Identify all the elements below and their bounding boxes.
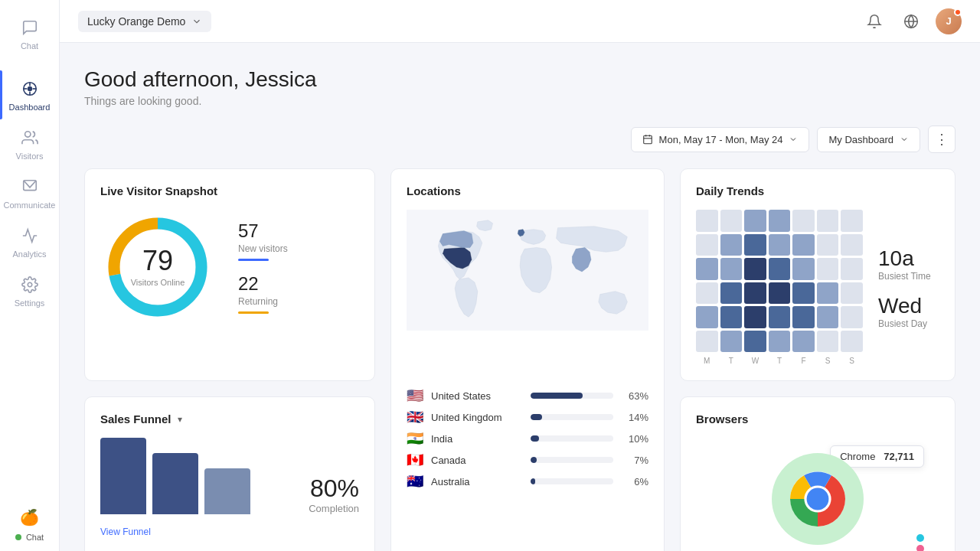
- date-range-label: Mon, May 17 - Mon, May 24: [659, 134, 783, 145]
- heatmap-cell: [817, 282, 839, 305]
- globe-icon[interactable]: [899, 9, 923, 34]
- locations-card: Locations: [390, 168, 665, 551]
- chrome-logo-svg: [787, 468, 848, 530]
- location-pct: 14%: [621, 412, 648, 423]
- sidebar-item-label: Analytics: [12, 249, 46, 259]
- heatmap-area: MTWTFSS: [696, 210, 863, 365]
- busiest-time-label: Busiest Time: [878, 271, 939, 282]
- heatmap-cell: [769, 258, 791, 280]
- fruit-icon[interactable]: 🍊: [20, 508, 39, 527]
- busiest-day-stat: Wed Busiest Day: [878, 294, 939, 329]
- sidebar-bottom: 🍊 Chat: [15, 508, 44, 542]
- funnel-dropdown-icon[interactable]: ▾: [178, 414, 182, 425]
- heatmap-cell: [792, 331, 815, 353]
- svg-point-21: [807, 488, 829, 510]
- browser-dots: [916, 534, 924, 551]
- heatmap-cell: [769, 306, 791, 328]
- location-bar-fill: [531, 457, 537, 463]
- topbar: Lucky Orange Demo J: [60, 0, 980, 43]
- location-flag: 🇬🇧: [407, 409, 423, 425]
- date-picker-button[interactable]: Mon, May 17 - Mon, May 24: [631, 127, 810, 152]
- toolbar-row: Mon, May 17 - Mon, May 24 My Dashboard ⋮: [84, 126, 956, 153]
- sidebar-item-visitors[interactable]: Visitors: [0, 119, 59, 168]
- heatmap-cell: [744, 258, 766, 280]
- svg-rect-11: [643, 135, 652, 144]
- location-pct: 6%: [621, 476, 648, 487]
- heatmap-day-label: T: [720, 357, 743, 365]
- analytics-icon: [19, 225, 41, 246]
- location-flag: 🇦🇺: [407, 473, 423, 490]
- sidebar-item-analytics[interactable]: Analytics: [0, 217, 59, 266]
- location-bar-fill: [531, 435, 539, 442]
- location-bar-bg: [531, 414, 613, 420]
- locations-title: Locations: [407, 184, 648, 197]
- greeting-headline: Good afternoon, Jessica: [84, 67, 956, 92]
- location-bar-bg: [531, 435, 613, 442]
- snapshot-stats: 57 New visitors 22 Returning: [238, 220, 288, 314]
- date-dropdown-icon: [789, 135, 798, 144]
- funnel-pct: 80%: [309, 474, 359, 503]
- cards-grid: Live Visitor Snapshot 79: [84, 168, 956, 551]
- heatmap-cell: [744, 234, 766, 256]
- sidebar-item-settings[interactable]: Settings: [0, 266, 59, 315]
- location-list: 🇺🇸 United States 63% 🇬🇧 United Kingdom 1…: [407, 387, 648, 490]
- site-selector[interactable]: Lucky Orange Demo: [78, 11, 211, 32]
- new-visitors-stat: 57 New visitors: [238, 220, 288, 261]
- heatmap-cell: [720, 306, 743, 328]
- location-flag: 🇨🇦: [407, 452, 423, 468]
- funnel-bar: [204, 468, 250, 514]
- dropdown-icon: [191, 16, 202, 27]
- funnel-completion: 80% Completion: [309, 474, 359, 514]
- heatmap-cell: [769, 282, 791, 305]
- snapshot-title: Live Visitor Snapshot: [100, 184, 359, 197]
- heatmap-cell: [696, 331, 718, 353]
- location-row: 🇦🇺 Australia 6%: [407, 473, 648, 490]
- location-flag: 🇮🇳: [407, 430, 423, 447]
- heatmap-cell: [841, 258, 863, 280]
- sidebar-item-chat-top[interactable]: Chat: [0, 9, 59, 58]
- heatmap-cell: [744, 282, 766, 305]
- chat-status-dot: [15, 534, 21, 540]
- visitors-label: Visitors Online: [131, 278, 185, 287]
- heatmap-grid: [696, 210, 863, 352]
- busiest-day-label: Busiest Day: [878, 318, 939, 329]
- dashboard-selector-button[interactable]: My Dashboard: [817, 127, 920, 152]
- heatmap-day-label: F: [792, 357, 815, 365]
- user-avatar[interactable]: J: [936, 8, 962, 34]
- location-row: 🇨🇦 Canada 7%: [407, 452, 648, 468]
- heatmap-cell: [792, 234, 815, 256]
- view-funnel-button[interactable]: View Funnel: [100, 520, 151, 543]
- heatmap-cell: [792, 258, 815, 280]
- more-options-button[interactable]: ⋮: [928, 126, 956, 153]
- sidebar-item-communicate[interactable]: Communicate: [0, 168, 59, 217]
- heatmap-cell: [744, 306, 766, 328]
- gear-icon: [19, 274, 41, 295]
- svg-point-8: [28, 282, 32, 287]
- chat-bottom[interactable]: Chat: [15, 533, 44, 542]
- heatmap-days: MTWTFSS: [696, 357, 863, 365]
- chrome-circle: [772, 453, 864, 545]
- location-pct: 10%: [621, 433, 648, 445]
- heatmap-cell: [696, 306, 718, 328]
- funnel-bars: [100, 438, 296, 514]
- new-visitors-count: 57: [238, 220, 288, 242]
- heatmap-cell: [841, 306, 863, 328]
- sales-funnel-card: Sales Funnel ▾ 80% Completion View Funne…: [84, 396, 375, 551]
- busiest-time-value: 10a: [878, 246, 939, 271]
- heatmap-day-label: T: [769, 357, 791, 365]
- dashboard-dropdown-icon: [900, 135, 909, 144]
- heatmap-day-label: M: [696, 357, 718, 365]
- notification-bell-icon[interactable]: [862, 9, 887, 34]
- browsers-title: Browsers: [696, 412, 939, 425]
- heatmap-cell: [841, 210, 863, 232]
- heatmap-cell: [792, 210, 815, 232]
- chat-icon: [19, 17, 41, 38]
- location-row: 🇬🇧 United Kingdom 14%: [407, 409, 648, 425]
- calendar-icon: [642, 134, 653, 145]
- location-name: Australia: [431, 476, 523, 487]
- heatmap-cell: [744, 210, 766, 232]
- heatmap-day-label: W: [744, 357, 766, 365]
- location-bar-bg: [531, 393, 613, 399]
- sidebar-item-dashboard[interactable]: Dashboard: [0, 70, 59, 119]
- location-row: 🇺🇸 United States 63%: [407, 387, 648, 404]
